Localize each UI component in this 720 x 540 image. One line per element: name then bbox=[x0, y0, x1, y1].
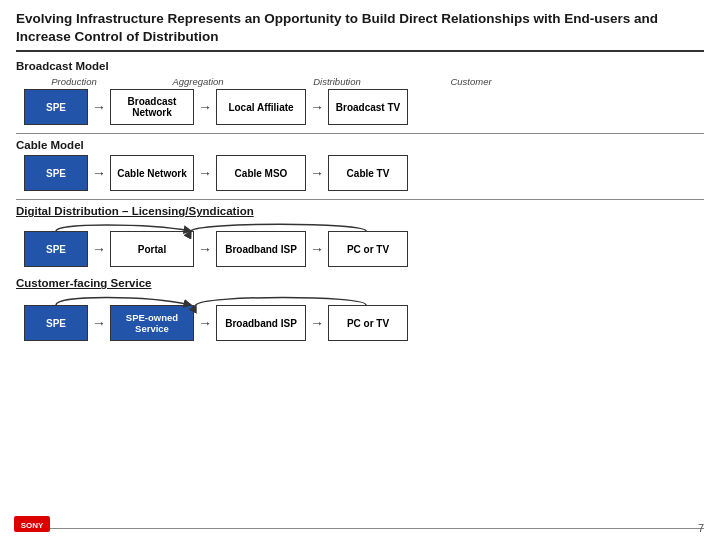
customer-facing-flow-container: SPE → SPE-owned Service → Broadband ISP … bbox=[16, 293, 704, 353]
digital-flow-container: SPE → Portal → Broadband ISP → PC or TV bbox=[16, 221, 704, 273]
broadcast-spe-box: SPE bbox=[24, 89, 88, 125]
col-distribution: Distribution bbox=[272, 76, 402, 87]
broadcast-section: Broadcast Model Production Aggregation D… bbox=[16, 58, 704, 128]
digital-label-text: Digital Distribution – Licensing/Syndica… bbox=[16, 205, 254, 217]
broadcast-col-labels: Production Aggregation Distribution Cust… bbox=[16, 76, 704, 87]
cable-mso-box: Cable MSO bbox=[216, 155, 306, 191]
digital-label: Digital Distribution – Licensing/Syndica… bbox=[16, 205, 704, 217]
broadcast-arrow-3: → bbox=[306, 99, 328, 115]
cable-flow-row: SPE → Cable Network → Cable MSO → Cable … bbox=[16, 155, 704, 191]
customer-facing-section: Customer-facing Service SPE → SPE-owned … bbox=[16, 275, 704, 353]
customer-facing-label: Customer-facing Service bbox=[16, 277, 704, 289]
broadcast-tv-box: Broadcast TV bbox=[328, 89, 408, 125]
broadcast-arrow-2: → bbox=[194, 99, 216, 115]
svg-text:SONY: SONY bbox=[21, 521, 44, 530]
col-aggregation: Aggregation bbox=[138, 76, 258, 87]
broadcast-local-affiliate-box: Local Affiliate bbox=[216, 89, 306, 125]
page-number: 7 bbox=[698, 522, 704, 534]
customer-facing-label-text: Customer-facing Service bbox=[16, 277, 152, 289]
broadcast-flow-row: SPE → Broadcast Network → Local Affiliat… bbox=[16, 89, 704, 125]
cable-arrow-3: → bbox=[306, 165, 328, 181]
bottom-divider bbox=[16, 528, 704, 529]
digital-curved-arrows-svg bbox=[16, 221, 476, 273]
broadcast-arrow-1: → bbox=[88, 99, 110, 115]
divider-1 bbox=[16, 133, 704, 134]
page-title: Evolving Infrastructure Represents an Op… bbox=[16, 10, 704, 52]
cable-tv-box: Cable TV bbox=[328, 155, 408, 191]
page: Evolving Infrastructure Represents an Op… bbox=[0, 0, 720, 540]
cable-network-box: Cable Network bbox=[110, 155, 194, 191]
col-customer: Customer bbox=[416, 76, 526, 87]
cable-spe-box: SPE bbox=[24, 155, 88, 191]
cable-section: Cable Model SPE → Cable Network → Cable … bbox=[16, 137, 704, 194]
digital-section: Digital Distribution – Licensing/Syndica… bbox=[16, 203, 704, 273]
broadcast-network-box: Broadcast Network bbox=[110, 89, 194, 125]
divider-2 bbox=[16, 199, 704, 200]
sony-logo: SONY bbox=[14, 512, 50, 536]
broadcast-label: Broadcast Model bbox=[16, 60, 704, 72]
cf-curved-arrows-svg bbox=[16, 293, 476, 353]
col-production: Production bbox=[24, 76, 124, 87]
cable-label: Cable Model bbox=[16, 139, 704, 151]
cable-arrow-1: → bbox=[88, 165, 110, 181]
cable-arrow-2: → bbox=[194, 165, 216, 181]
